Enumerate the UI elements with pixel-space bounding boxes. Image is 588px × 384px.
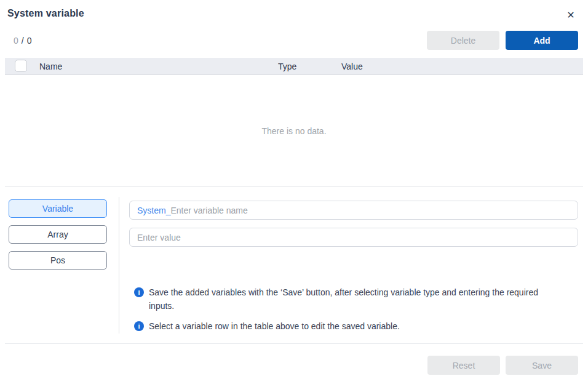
variable-name-prefix: System_ bbox=[137, 206, 170, 215]
close-icon[interactable]: ✕ bbox=[562, 6, 579, 23]
add-button[interactable]: Add bbox=[506, 31, 578, 50]
variable-name-input[interactable]: System_Enter variable name bbox=[129, 201, 578, 220]
counter-total: 0 bbox=[27, 36, 32, 46]
divider-vertical bbox=[119, 197, 119, 334]
system-variable-dialog: System variable ✕ 0 / 0 Delete Add Name … bbox=[0, 0, 588, 384]
note-save-instruction: i Save the added variables with the ‘Sav… bbox=[134, 286, 565, 313]
variable-form: System_Enter variable name i Save the ad… bbox=[129, 201, 578, 334]
table-header: Name Type Value bbox=[5, 58, 583, 75]
variable-name-placeholder: Enter variable name bbox=[170, 206, 247, 215]
table-empty-state: There is no data. bbox=[5, 75, 583, 186]
info-notes: i Save the added variables with the ‘Sav… bbox=[129, 286, 578, 334]
toolbar: Delete Add bbox=[427, 31, 578, 50]
counter-selected: 0 bbox=[14, 36, 18, 46]
tab-variable[interactable]: Variable bbox=[9, 199, 107, 218]
select-all-checkbox[interactable] bbox=[15, 60, 27, 72]
column-header-name: Name bbox=[39, 58, 62, 75]
selection-counter: 0 / 0 bbox=[14, 31, 31, 50]
note-text: Select a variable row in the table above… bbox=[149, 320, 400, 334]
info-icon: i bbox=[134, 287, 144, 297]
divider-bottom bbox=[5, 343, 583, 344]
reset-button[interactable]: Reset bbox=[427, 356, 500, 375]
tab-pos[interactable]: Pos bbox=[9, 251, 107, 270]
note-text: Save the added variables with the ‘Save’… bbox=[149, 286, 565, 313]
page-title: System variable bbox=[7, 8, 84, 19]
divider-top bbox=[5, 186, 583, 187]
variable-type-tabs: Variable Array Pos bbox=[9, 199, 107, 270]
delete-button[interactable]: Delete bbox=[427, 31, 499, 50]
tab-array[interactable]: Array bbox=[9, 225, 107, 244]
variable-value-input[interactable] bbox=[129, 228, 578, 247]
counter-divider: / bbox=[22, 36, 24, 46]
note-edit-instruction: i Select a variable row in the table abo… bbox=[134, 320, 565, 334]
column-header-type: Type bbox=[278, 58, 296, 75]
column-header-value: Value bbox=[341, 58, 363, 75]
footer: Reset Save bbox=[427, 356, 578, 375]
info-icon: i bbox=[134, 321, 144, 331]
save-button[interactable]: Save bbox=[506, 356, 578, 375]
empty-state-text: There is no data. bbox=[261, 126, 326, 136]
